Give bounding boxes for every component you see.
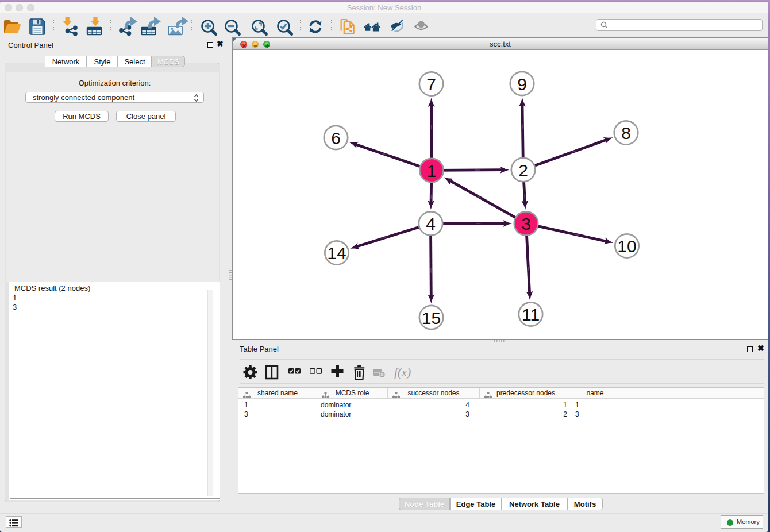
svg-text:14: 14 [327,244,346,263]
svg-text:9: 9 [517,75,527,94]
svg-text:2: 2 [518,161,528,180]
svg-text:7: 7 [426,75,436,94]
svg-text:1: 1 [427,161,437,180]
svg-text:11: 11 [522,305,540,324]
svg-text:15: 15 [422,309,441,327]
svg-text:10: 10 [617,237,636,256]
svg-text:4: 4 [426,214,436,233]
svg-text:8: 8 [621,124,631,142]
svg-text:3: 3 [521,214,531,233]
svg-text:6: 6 [331,129,341,148]
svg-text:f(x): f(x) [394,365,411,379]
